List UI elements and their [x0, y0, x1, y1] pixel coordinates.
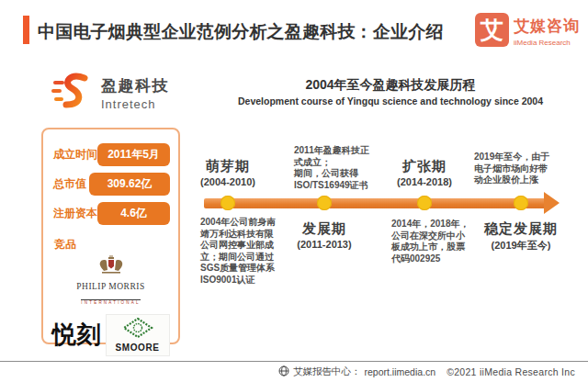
intretech-name-cn: 盈趣科技: [101, 75, 169, 96]
smoore-name: SMOORE: [115, 343, 159, 353]
timeline-dot-2: [317, 196, 332, 210]
fact-row-capital: 注册资本 4.6亿: [43, 202, 178, 225]
phase-stable-period: (2019年至今): [466, 239, 576, 253]
phase-growth-note: 2011年盈趣科技正 式成立； 期间，公司获得 ISO/TS16949证书: [294, 145, 390, 191]
intretech-logo-text: 盈趣科技 Intretech: [101, 75, 169, 111]
phase-stable-name: 稳定发展期: [466, 220, 576, 238]
development-timeline: 2004年至今盈趣科技发展历程 Development course of Yi…: [193, 0, 588, 367]
phase-expansion: 扩张期 (2014-2018): [379, 158, 470, 187]
timeline-title: 2004年至今盈趣科技发展历程: [193, 77, 588, 94]
smoore-wreath-icon: [122, 318, 153, 342]
company-facts-card: 成立时间 2011年5月 总市值 309.62亿 注册资本 4.6亿 竞品: [41, 128, 180, 344]
competitors-label: 竞品: [54, 237, 178, 253]
philip-morris-crest-icon: [96, 265, 126, 281]
phase-expansion-name: 扩张期: [379, 158, 470, 175]
timeline-subtitle: Development course of Yingqu science and…: [193, 96, 588, 107]
timeline-arrow-bar: [204, 198, 546, 208]
globe-icon: [278, 365, 289, 378]
fact-label-marketcap: 总市值: [53, 176, 86, 192]
phase-growth-period: (2011-2013): [278, 239, 370, 250]
phase-expansion-period: (2014-2018): [379, 176, 470, 187]
relx-logo: 悦刻: [52, 319, 102, 351]
report-slide: 中国电子烟典型企业范例分析之盈趣科技：企业介绍 艾 艾媒咨询 iiMedia R…: [0, 0, 588, 382]
competitor-logo-row: 悦刻 SMOORE: [43, 314, 178, 356]
phase-seed-period: (2004-2010): [182, 176, 274, 187]
smoore-logo: SMOORE: [106, 314, 170, 356]
intretech-swirl-icon: [51, 72, 94, 114]
timeline-dot-1: [220, 196, 235, 210]
footer: 艾媒报告中心： report.iimedia.cn ©2021 iiMedia …: [278, 365, 575, 378]
fact-value-marketcap: 309.62亿: [89, 173, 170, 196]
philip-morris-name: PHILIP MORRIS: [43, 283, 178, 292]
intretech-logo: 盈趣科技 Intretech: [51, 72, 169, 114]
fact-label-founded: 成立时间: [53, 147, 97, 163]
footer-divider: [0, 361, 588, 362]
phase-seed: 萌芽期 (2004-2010): [182, 158, 274, 187]
footer-label: 艾媒报告中心：: [293, 365, 361, 378]
fact-label-capital: 注册资本: [53, 206, 97, 221]
phase-growth: 发展期 (2011-2013): [278, 220, 370, 250]
fact-row-founded: 成立时间 2011年5月: [43, 143, 178, 166]
phase-stable: 稳定发展期 (2019年至今): [466, 220, 576, 253]
philip-morris-logo: PHILIP MORRIS INTERNATIONAL: [43, 254, 178, 307]
fact-value-founded: 2011年5月: [97, 143, 170, 166]
timeline-dot-3: [417, 196, 432, 210]
phase-stable-note: 2019年至今，由于 电子烟市场向好带 动企业股价上涨: [474, 152, 577, 186]
phase-seed-name: 萌芽期: [182, 158, 274, 175]
timeline-dot-4: [514, 196, 528, 210]
title-accent-bar: [23, 16, 29, 44]
fact-row-marketcap: 总市值 309.62亿: [43, 173, 178, 196]
footer-copyright: ©2021 iiMedia Research Inc: [447, 366, 575, 377]
timeline-arrowhead-icon: [544, 192, 560, 214]
footer-url-link[interactable]: report.iimedia.cn: [365, 366, 436, 377]
intretech-name-en: Intretech: [101, 97, 169, 111]
fact-value-capital: 4.6亿: [97, 202, 170, 225]
phase-growth-name: 发展期: [278, 220, 370, 238]
philip-morris-sub: INTERNATIONAL: [81, 299, 140, 306]
